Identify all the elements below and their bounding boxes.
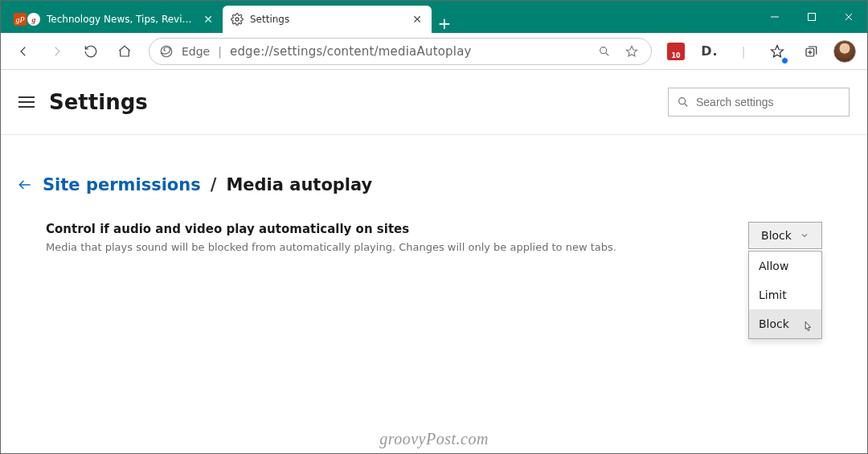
edge-icon [159,44,174,59]
setting-title: Control if audio and video play automati… [46,222,616,236]
svg-line-14 [685,104,687,106]
tab-title: Settings [250,14,404,25]
breadcrumb: Site permissions / Media autoplay [17,175,822,194]
window-titlebar: gP g Technology News, Tips, Reviews, ✕ S… [1,1,867,33]
address-bar[interactable]: Edge | edge://settings/content/mediaAuto… [149,38,652,65]
close-window-button[interactable] [830,1,867,33]
tab-close-button[interactable]: ✕ [411,13,424,26]
favicon-g-icon: g [27,13,40,26]
dropdown-selected-value: Block [761,229,792,242]
svg-point-0 [235,18,239,21]
hamburger-menu-icon[interactable] [18,96,35,108]
tab-title: Technology News, Tips, Reviews, [47,14,195,25]
maximize-button[interactable] [793,1,830,33]
new-tab-button[interactable]: + [432,14,457,33]
settings-header: Settings [1,70,867,135]
nav-back-button[interactable] [9,37,38,66]
dropdown-option-limit[interactable]: Limit [749,280,821,309]
favorite-star-icon[interactable] [622,42,641,61]
minimize-button[interactable] [756,1,793,33]
profile-avatar[interactable] [830,37,859,66]
toolbar-divider: | [729,37,758,66]
collections-button[interactable] [796,37,825,66]
browser-tab-active[interactable]: Settings ✕ [223,6,432,33]
page-title: Settings [49,90,148,114]
setting-row: Control if audio and video play automati… [17,222,822,253]
extension-d-icon[interactable]: D. [695,37,724,66]
nav-forward-button[interactable] [43,37,72,66]
breadcrumb-parent-link[interactable]: Site permissions [43,175,201,194]
svg-marker-9 [772,45,784,56]
settings-content: Site permissions / Media autoplay Contro… [1,135,867,253]
svg-marker-8 [626,46,637,56]
svg-point-6 [600,47,607,53]
zoom-search-icon[interactable] [595,42,614,61]
browser-label: Edge [182,45,210,58]
svg-line-7 [606,53,608,55]
tab-strip: gP g Technology News, Tips, Reviews, ✕ S… [1,1,756,33]
svg-rect-2 [809,14,816,21]
extension-lastpass-icon[interactable]: 10 [661,37,690,66]
url-text: edge://settings/content/mediaAutoplay [230,44,587,59]
separator: | [218,45,222,58]
reload-button[interactable] [76,37,105,66]
window-controls [756,1,867,33]
browser-tab-background[interactable]: gP g Technology News, Tips, Reviews, ✕ [6,6,223,33]
gear-icon [231,13,244,26]
settings-search-box[interactable] [668,88,850,117]
cursor-pointer-icon [802,321,813,335]
setting-description: Media that plays sound will be blocked f… [46,241,616,253]
svg-point-13 [679,98,686,104]
dropdown-option-block[interactable]: Block [749,309,821,338]
settings-search-input[interactable] [696,96,841,108]
breadcrumb-separator: / [211,175,217,194]
breadcrumb-current: Media autoplay [226,175,372,194]
dropdown-option-allow[interactable]: Allow [749,252,821,280]
watermark: groovyPost.com [1,430,867,448]
autoplay-dropdown-button[interactable]: Block [748,222,822,249]
browser-toolbar: Edge | edge://settings/content/mediaAuto… [1,33,867,70]
back-arrow-icon[interactable] [17,177,33,193]
favorites-button[interactable] [763,37,792,66]
autoplay-dropdown-menu: Allow Limit Block [748,251,822,339]
favicon-gp-icon: gP [14,13,27,26]
search-icon [677,96,690,108]
tab-close-button[interactable]: ✕ [202,13,215,26]
home-button[interactable] [110,37,139,66]
chevron-down-icon [800,231,809,240]
